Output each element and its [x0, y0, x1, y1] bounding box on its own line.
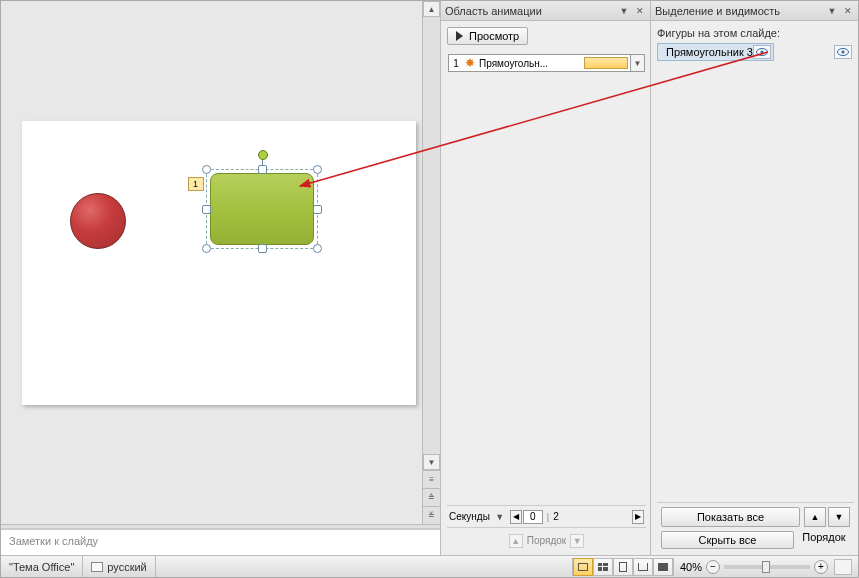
resize-handle[interactable] [202, 205, 211, 214]
resize-handle[interactable] [258, 165, 267, 174]
timeline-value: 0 [523, 510, 543, 524]
pane-menu-icon[interactable]: ▼ [618, 5, 630, 17]
sorter-view-button[interactable] [593, 558, 613, 576]
timeline-next-button[interactable]: ▶ [632, 510, 644, 524]
resize-handle[interactable] [313, 244, 322, 253]
play-animation-button[interactable]: Просмотр [447, 27, 528, 45]
shape-oval[interactable] [70, 193, 126, 249]
selection-pane-header[interactable]: Выделение и видимость ▼ ✕ [651, 1, 858, 21]
timeline-value-right: 2 [553, 511, 559, 522]
show-all-button[interactable]: Показать все [661, 507, 800, 527]
animation-list: 1 ✸ Прямоугольн... ▼ [447, 53, 646, 505]
shapes-caption: Фигуры на этом слайде: [657, 27, 854, 39]
notes-view-button[interactable] [613, 558, 633, 576]
prev-slide-button[interactable]: ≙ [423, 488, 440, 506]
pane-close-icon[interactable]: ✕ [842, 5, 854, 17]
zoom-out-button[interactable]: − [706, 560, 720, 574]
resize-handle[interactable] [258, 244, 267, 253]
shape-list-item[interactable]: Прямоугольник 3 [657, 43, 774, 61]
animation-pane: Область анимации ▼ ✕ Просмотр 1 ✸ Прямоу… [440, 1, 650, 555]
eye-icon [837, 47, 849, 57]
seconds-label: Секунды [449, 511, 490, 522]
scroll-up-button[interactable]: ▲ [423, 1, 440, 17]
splitter-handle[interactable]: ≡ [423, 470, 440, 488]
animation-timing-bar[interactable] [584, 57, 628, 69]
resize-handle[interactable] [202, 244, 211, 253]
selection-pane-title: Выделение и видимость [655, 5, 822, 17]
notes-view-icon [619, 562, 627, 572]
play-button-label: Просмотр [469, 30, 519, 42]
normal-view-button[interactable] [573, 558, 593, 576]
slide-editor-area: 1 ▲ ▼ ≡ ≙ ≚ Заметки к слайду [1, 1, 440, 555]
resize-handle[interactable] [313, 205, 322, 214]
pane-menu-icon[interactable]: ▼ [826, 5, 838, 17]
reading-view-icon [638, 563, 648, 571]
normal-view-icon [578, 563, 588, 571]
timeline-ruler: Секунды ▼ ◀ 0 | 2 ▶ [447, 505, 646, 527]
eye-icon [756, 47, 768, 57]
next-slide-button[interactable]: ≚ [423, 506, 440, 524]
sorter-view-icon [598, 563, 608, 571]
animation-tag[interactable]: 1 [188, 177, 204, 191]
animation-pane-title: Область анимации [445, 5, 614, 17]
status-theme[interactable]: "Тема Office" [1, 556, 83, 577]
animation-item-name: Прямоугольн... [477, 58, 582, 69]
zoom-thumb[interactable] [762, 561, 770, 573]
slide-canvas[interactable]: 1 [22, 121, 416, 405]
fit-to-window-button[interactable] [834, 559, 852, 575]
zoom-slider[interactable] [724, 565, 810, 569]
play-icon [456, 31, 463, 41]
animation-item[interactable]: 1 ✸ Прямоугольн... ▼ [448, 54, 645, 72]
selection-order-label: Порядок [798, 531, 850, 549]
view-switcher [572, 558, 674, 576]
hide-all-button[interactable]: Скрыть все [661, 531, 794, 549]
notes-area[interactable]: Заметки к слайду [1, 529, 440, 555]
animation-index: 1 [449, 58, 463, 69]
animation-item-menu-icon[interactable]: ▼ [630, 55, 644, 71]
move-up-icon[interactable]: ▲ [509, 534, 523, 548]
slideshow-view-button[interactable] [653, 558, 673, 576]
move-down-button[interactable]: ▼ [828, 507, 850, 527]
status-language[interactable]: русский [83, 556, 155, 577]
animation-pane-header[interactable]: Область анимации ▼ ✕ [441, 1, 650, 21]
selection-pane: Выделение и видимость ▼ ✕ Фигуры на этом… [650, 1, 858, 555]
timeline-prev-button[interactable]: ◀ [510, 510, 522, 524]
zoom-control: 40% − + [674, 559, 858, 575]
move-down-icon[interactable]: ▼ [570, 534, 584, 548]
animation-reorder: ▲ Порядок ▼ [447, 527, 646, 553]
slideshow-view-icon [658, 563, 668, 571]
shape-name: Прямоугольник 3 [660, 46, 753, 58]
selection-frame [206, 169, 318, 249]
visibility-toggle[interactable] [834, 45, 852, 59]
pane-close-icon[interactable]: ✕ [634, 5, 646, 17]
reading-view-button[interactable] [633, 558, 653, 576]
animation-effect-icon: ✸ [463, 57, 477, 69]
zoom-level[interactable]: 40% [680, 561, 702, 573]
resize-handle[interactable] [202, 165, 211, 174]
editor-scrollbar[interactable]: ▲ ▼ ≡ ≙ ≚ [422, 1, 440, 524]
zoom-in-button[interactable]: + [814, 560, 828, 574]
resize-handle[interactable] [313, 165, 322, 174]
svg-point-3 [841, 50, 844, 53]
timeline-menu-icon[interactable]: ▼ [494, 511, 506, 523]
rotate-handle[interactable] [258, 150, 268, 160]
svg-point-1 [760, 50, 763, 53]
order-label: Порядок [527, 535, 566, 546]
status-bar: "Тема Office" русский 40% − + [1, 555, 858, 577]
spellcheck-icon [91, 562, 103, 572]
move-up-button[interactable]: ▲ [804, 507, 826, 527]
shapes-list: Прямоугольник 3 Овал 2 [657, 43, 854, 502]
scroll-down-button[interactable]: ▼ [423, 454, 440, 470]
visibility-toggle[interactable] [753, 45, 771, 59]
